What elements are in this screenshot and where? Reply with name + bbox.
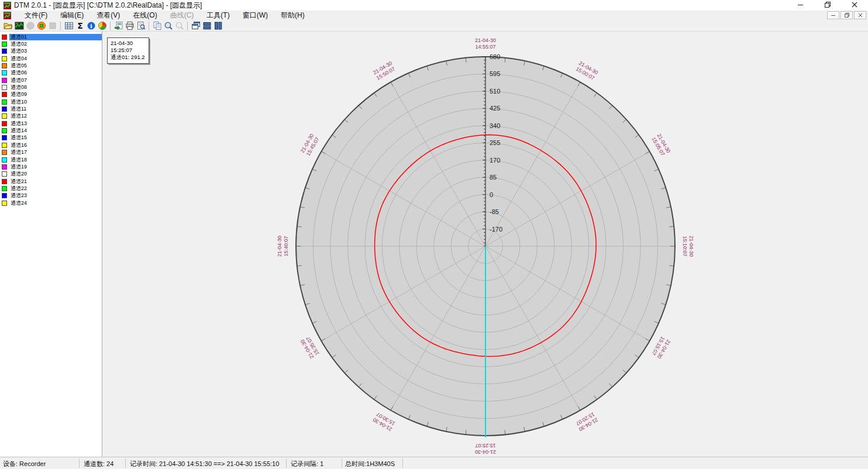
channel-label: 通道12 — [9, 113, 102, 119]
copy-button[interactable] — [151, 20, 163, 31]
channel-label: 通道14 — [9, 127, 102, 134]
menu-edit[interactable]: 编辑(E) — [54, 10, 90, 21]
menu-window[interactable]: 窗口(W) — [236, 10, 274, 21]
channel-item[interactable]: 通道01 — [0, 33, 102, 40]
record-disabled-icon — [26, 21, 35, 30]
polar-chart[interactable]: 680595510425340255170850-85-17021-04-301… — [103, 32, 868, 457]
open-file-button[interactable] — [2, 20, 13, 31]
value-tick-label: 595 — [490, 70, 500, 77]
channel-label: 通道01 — [9, 34, 102, 40]
tile-horizontal-button[interactable] — [201, 20, 212, 31]
value-tick-label: 340 — [490, 122, 500, 129]
time-label: 21-04-3015:30:07 — [372, 411, 397, 432]
channel-label: 通道10 — [9, 99, 102, 105]
toolbar: Σi — [0, 20, 868, 32]
channel-item[interactable]: 通道11 — [0, 105, 102, 112]
channel-item[interactable]: 通道19 — [0, 163, 102, 170]
tile-vertical-button[interactable] — [212, 20, 223, 31]
channel-label: 通道16 — [9, 142, 102, 149]
status-separator — [79, 458, 80, 468]
time-label: 21-04-3015:20:07 — [574, 411, 599, 432]
export-button[interactable] — [113, 20, 124, 31]
channel-item[interactable]: 通道03 — [0, 48, 102, 55]
channel-item[interactable]: 通道18 — [0, 156, 102, 163]
svg-text:Σ: Σ — [77, 21, 83, 30]
menu-file[interactable]: 文件(F) — [18, 10, 54, 21]
channel-item[interactable]: 通道22 — [0, 185, 102, 192]
channel-color-swatch — [2, 99, 7, 105]
child-restore-button[interactable] — [841, 11, 853, 19]
channel-label: 通道09 — [9, 91, 102, 98]
time-label: 21-04-3015:25:07 — [475, 443, 496, 455]
minimize-icon — [797, 1, 804, 10]
value-tick-label: 170 — [490, 157, 500, 164]
close-button[interactable] — [841, 0, 868, 11]
channel-item[interactable]: 通道14 — [0, 127, 102, 134]
menu-curve[interactable]: 曲线(C) — [164, 10, 201, 21]
pie-chart-button[interactable] — [97, 20, 108, 31]
info-button[interactable]: i — [85, 20, 97, 31]
channel-item[interactable]: 通道05 — [0, 62, 102, 69]
menu-help[interactable]: 帮助(H) — [274, 10, 311, 21]
sum-button[interactable]: Σ — [74, 20, 85, 31]
copy-icon — [153, 21, 162, 30]
channel-label: 通道20 — [9, 171, 102, 177]
toolbar-separator — [149, 22, 149, 30]
channel-item[interactable]: 通道07 — [0, 77, 102, 84]
toolbar-separator — [60, 22, 61, 30]
channel-label: 通道24 — [9, 200, 102, 206]
toolbar-separator — [110, 22, 111, 30]
channel-item[interactable]: 通道02 — [0, 40, 102, 47]
channel-item[interactable]: 通道06 — [0, 70, 102, 77]
channel-item[interactable]: 通道23 — [0, 192, 102, 199]
child-close-button[interactable] — [854, 11, 866, 19]
channel-item[interactable]: 通道15 — [0, 135, 102, 142]
minimize-button[interactable] — [787, 0, 814, 11]
mdi-child-icon[interactable] — [4, 12, 11, 19]
channel-item[interactable]: 通道12 — [0, 113, 102, 120]
value-tick-label: 0 — [490, 191, 493, 198]
time-label: 21-04-3015:10:07 — [682, 236, 694, 257]
channel-color-swatch — [2, 92, 7, 97]
status-separator — [125, 458, 126, 468]
time-label: 21-04-3015:50:07 — [372, 60, 397, 81]
channel-color-swatch — [2, 150, 7, 155]
channel-color-swatch — [2, 171, 7, 177]
print-icon — [125, 21, 135, 30]
channel-item[interactable]: 通道13 — [0, 120, 102, 127]
menu-view[interactable]: 查看(V) — [90, 10, 126, 21]
menu-online[interactable]: 在线(O) — [126, 10, 163, 21]
restore-button[interactable] — [814, 0, 841, 11]
channel-item[interactable]: 通道21 — [0, 178, 102, 185]
cascade-windows-button[interactable] — [190, 20, 201, 31]
minimize-icon — [831, 13, 836, 18]
channel-item[interactable]: 通道04 — [0, 55, 102, 62]
print-button[interactable] — [124, 20, 135, 31]
chart-button[interactable] — [13, 20, 25, 31]
print-preview-button[interactable] — [135, 20, 146, 31]
channel-item[interactable]: 通道08 — [0, 84, 102, 91]
restore-icon — [844, 13, 849, 18]
channel-label: 通道02 — [9, 41, 102, 47]
tooltip-time: 15:25:07 — [111, 47, 145, 54]
app-icon — [4, 2, 11, 9]
zoom-button[interactable] — [163, 20, 174, 31]
time-label: 21-04-3015:45:07 — [299, 133, 321, 157]
channel-item[interactable]: 通道17 — [0, 149, 102, 156]
channel-label: 通道05 — [9, 63, 102, 69]
value-tick-label: 425 — [490, 105, 500, 112]
channel-item[interactable]: 通道16 — [0, 142, 102, 149]
sum-icon: Σ — [75, 21, 85, 30]
record-button[interactable] — [36, 20, 47, 31]
channel-item[interactable]: 通道10 — [0, 98, 102, 105]
channel-item[interactable]: 通道20 — [0, 171, 102, 178]
channel-color-swatch — [2, 128, 7, 133]
table-button[interactable] — [63, 20, 74, 31]
channel-item[interactable]: 通道24 — [0, 199, 102, 206]
status-channel-count: 通道数: 24 — [84, 460, 113, 468]
record-disabled-button — [25, 20, 36, 31]
child-minimize-button[interactable] — [827, 11, 839, 19]
channel-item[interactable]: 通道09 — [0, 91, 102, 98]
channel-label: 通道08 — [9, 84, 102, 91]
menu-tools[interactable]: 工具(T) — [200, 10, 236, 21]
